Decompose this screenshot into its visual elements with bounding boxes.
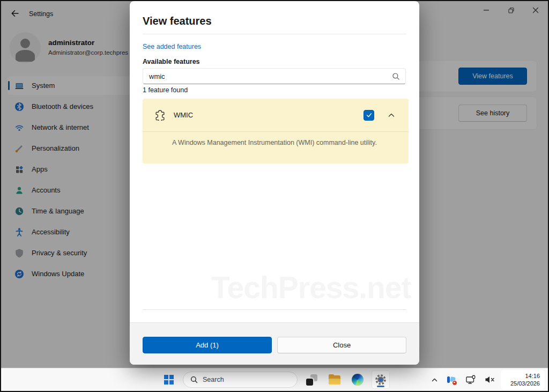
- available-features-label: Available features: [143, 58, 200, 65]
- feature-description: A Windows Management Instrumentation (WM…: [143, 132, 409, 147]
- search-icon[interactable]: [392, 72, 400, 80]
- windows-logo-icon: [164, 375, 174, 384]
- close-dialog-button[interactable]: Close: [277, 337, 406, 353]
- view-features-dialog: View features See added features Availab…: [130, 1, 419, 365]
- screenshot-frame: Settings administrator Administrator@cor…: [0, 0, 549, 392]
- taskbar-search-label: Search: [203, 376, 224, 383]
- speaker-muted-icon: [484, 375, 495, 384]
- gear-icon: [375, 374, 387, 386]
- checkmark-icon: [366, 112, 373, 119]
- divider: [143, 309, 406, 310]
- result-count: 1 feature found: [143, 86, 188, 94]
- watermark: TechPress.net: [211, 270, 411, 305]
- network-tray-button[interactable]: [463, 371, 479, 388]
- sync-status-tray-button[interactable]: [443, 371, 460, 388]
- start-button[interactable]: [160, 371, 178, 389]
- see-added-features-link[interactable]: See added features: [143, 43, 201, 50]
- puzzle-piece-icon: [154, 109, 166, 121]
- volume-tray-button[interactable]: [481, 371, 498, 388]
- chevron-up-icon: [431, 377, 438, 383]
- task-view-button[interactable]: [302, 371, 321, 389]
- clock-time: 14:16: [503, 372, 540, 380]
- collapse-expander[interactable]: [387, 111, 396, 120]
- edge-icon: [352, 374, 363, 386]
- chevron-up-icon: [387, 111, 396, 120]
- tray-expand-button[interactable]: [428, 371, 441, 388]
- sync-error-icon: [446, 374, 457, 386]
- taskbar-search[interactable]: Search: [183, 372, 298, 388]
- taskbar-clock[interactable]: 14:16 25/03/2026: [501, 370, 545, 389]
- edge-browser-button[interactable]: [348, 371, 367, 389]
- dialog-title: View features: [143, 15, 212, 27]
- taskbar: Search: [1, 368, 548, 391]
- divider: [143, 34, 406, 34]
- feature-search-input[interactable]: [143, 72, 392, 80]
- settings-app-button[interactable]: [372, 371, 390, 389]
- taskbar-tray: 14:16 25/03/2026: [428, 368, 545, 391]
- file-explorer-icon: [329, 375, 340, 384]
- file-explorer-button[interactable]: [325, 371, 344, 389]
- taskbar-center: Search: [160, 368, 390, 391]
- task-view-icon: [306, 374, 317, 386]
- feature-item-header[interactable]: WMIC: [143, 99, 409, 131]
- monitor-plug-icon: [465, 375, 476, 385]
- feature-item-wmic: WMIC A Windows Management Instrumentatio…: [143, 99, 409, 164]
- add-button[interactable]: Add (1): [143, 337, 272, 353]
- feature-search-box: [143, 68, 406, 84]
- clock-date: 25/03/2026: [503, 380, 540, 387]
- desktop: Settings administrator Administrator@cor…: [1, 1, 548, 391]
- feature-checkbox[interactable]: [363, 110, 374, 121]
- search-icon: [190, 376, 198, 383]
- feature-name: WMIC: [174, 111, 363, 119]
- dialog-footer: Add (1) Close: [130, 322, 419, 365]
